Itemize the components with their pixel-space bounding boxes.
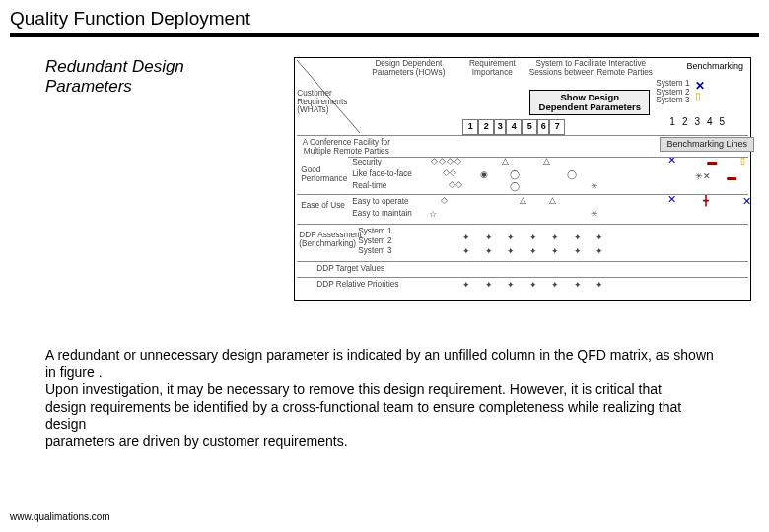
col-num: 5	[522, 119, 537, 135]
show-ddp-box: Show Design Dependent Parameters	[529, 90, 650, 115]
ddp-assessment-label: DDP Assessment (Benchmarking)	[299, 232, 354, 248]
bench-mark-icon: ✕	[667, 194, 676, 206]
body-paragraph: A redundant or unnecessary design parame…	[45, 347, 724, 450]
rel-symbols: △	[502, 157, 509, 166]
rel-symbols: △	[549, 196, 556, 205]
rel-symbols: ◇	[441, 196, 448, 205]
rel-symbols: △	[520, 196, 526, 205]
col-num: 3	[494, 119, 506, 135]
requirement-importance-label: Requirement Importance	[462, 60, 522, 88]
rel-symbols: ◯	[510, 170, 520, 179]
ddp-hows-label: Design Dependent Parameters (HOWs)	[364, 60, 453, 88]
assess-system: System 2	[358, 237, 391, 246]
bench-mark-icon: ╋	[703, 196, 709, 207]
body-line: parameters are driven by customer requir…	[45, 433, 348, 449]
benchmarking-lines-box: Benchmarking Lines	[660, 137, 754, 152]
col-num: 3	[694, 117, 700, 128]
ddp-relative-label: DDP Relative Priorities	[316, 281, 398, 290]
footer-url: www.qualimations.com	[10, 511, 110, 522]
row-label: Security	[352, 159, 382, 167]
conference-facility-label: A Conference Facility for Multiple Remot…	[301, 139, 391, 156]
col-num: 2	[478, 119, 494, 135]
assess-dots: ✦ ✦ ✦ ✦ ✦ ✦ ✦	[462, 247, 609, 256]
priority-dots: ✦ ✦ ✦ ✦ ✦ ✦ ✦	[462, 281, 609, 290]
col-num: 1	[669, 117, 675, 128]
ddp-target-label: DDP Target Values	[316, 265, 384, 274]
rowgroup-label: Ease of Use	[301, 202, 350, 211]
rel-symbols: ◇◇◇◇	[431, 157, 462, 166]
qfd-diagram: Design Dependent Parameters (HOWs) Requi…	[294, 57, 751, 301]
bench-columns: 1 2 3 4 5	[669, 117, 725, 128]
rowgroup-label: Good Performance	[301, 166, 346, 183]
system-list: System 1 System 2 System 3	[656, 80, 689, 105]
col-num: 7	[549, 119, 565, 135]
row-label: Like face-to-face	[352, 170, 412, 179]
title-divider	[10, 33, 759, 37]
col-num: 6	[537, 119, 549, 135]
bench-mark-icon: ▬	[707, 157, 717, 167]
bench-mark-icon: ✳	[591, 182, 598, 191]
body-line: A redundant or unnecessary design parame…	[45, 347, 714, 380]
col-num: 1	[462, 119, 478, 135]
customer-req-label: Customer Requirements (WHATs)	[297, 90, 356, 115]
assess-system: System 3	[358, 247, 391, 256]
body-line: Upon investigation, it may be necessary …	[45, 381, 662, 397]
bench-mark-icon: ✳✕	[695, 172, 711, 181]
row-label: Real-time	[352, 182, 386, 191]
assess-dots: ✦ ✦ ✦ ✦ ✦ ✦ ✦	[462, 233, 609, 242]
col-num: 4	[506, 119, 522, 135]
benchmarking-header: Benchmarking	[675, 62, 754, 71]
bench-mark-icon: ✕	[742, 196, 751, 208]
system-facilitate-label: System to Facilitate Interactive Session…	[527, 60, 654, 88]
assess-system: System 1	[358, 228, 391, 236]
col-num: 4	[707, 117, 713, 128]
body-line: design requirements be identified by a c…	[45, 399, 681, 432]
bench-mark-icon: ▬	[727, 172, 736, 183]
rel-symbols: ◇◇	[443, 168, 456, 177]
section-subtitle: Redundant Design Parameters	[45, 57, 270, 292]
rel-symbols: ◉	[480, 170, 488, 179]
bench-mark-icon: ▯	[740, 157, 745, 166]
rel-symbols: ☆	[429, 210, 437, 219]
rel-symbols: ◯	[510, 182, 520, 191]
bench-mark-icon: ✳	[591, 210, 598, 219]
rel-symbols: ◇◇	[449, 180, 462, 189]
rel-symbols: ◯	[567, 170, 577, 179]
rel-symbols: △	[543, 157, 550, 166]
row-label: Easy to operate	[352, 198, 408, 207]
col-num: 2	[682, 117, 688, 128]
page-title: Quality Function Deployment	[10, 8, 759, 30]
col-num: 5	[720, 117, 726, 128]
how-columns: 1 2 3 4 5 6 7	[462, 119, 565, 135]
row-label: Easy to maintain	[352, 210, 412, 219]
bench-mark-icon: ▯	[695, 92, 701, 102]
list-item: System 3	[656, 97, 689, 105]
